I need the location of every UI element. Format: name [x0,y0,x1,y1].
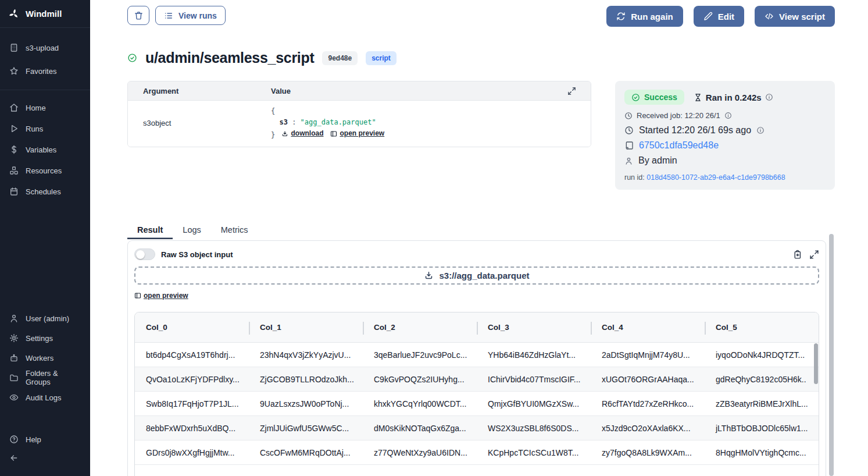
sidebar-item-label: Settings [26,334,53,343]
tab-result[interactable]: Result [127,221,173,239]
sidebar-item-settings[interactable]: Settings [0,328,90,348]
sidebar-item-s3-upload[interactable]: s3-upload [0,36,90,59]
sidebar-item-label: Favorites [26,67,56,76]
s3-download-box[interactable]: s3://agg_data.parquet [134,267,819,285]
column-header: Col_2 [363,323,477,332]
sidebar-nav-group: Home Runs Variables Resources Schedules [0,90,90,209]
sidebar-item-label: User (admin) [26,314,69,323]
table-cell: khxkYGCqYrlq00WCDT... [363,399,477,408]
job-hash-link[interactable]: 6750c1dfa59ed48e [639,140,719,151]
table-cell: x5Jzd9cO2oXAxla6KX... [591,424,705,433]
by-line: By admin [624,155,826,166]
run-again-button[interactable]: Run again [606,6,683,27]
table-cell: bt6dp4CgXsA19T6hdrj... [135,350,249,360]
download-icon [424,271,434,280]
title-row: u/admin/seamless_script 9ed48e script [127,49,835,67]
code-icon [765,12,774,21]
result-tabs: Result Logs Metrics [127,221,835,239]
table-row: GDrs0j8wXXgfHgjjMtw...CscOFwM6MRqDOttAj.… [135,441,819,465]
clipboard-copy-icon[interactable] [792,250,802,260]
building-icon [9,43,19,52]
sidebar-collapse-button[interactable] [0,449,90,467]
workspace-brand[interactable]: Windmill [0,0,90,28]
check-circle-icon [631,93,640,102]
sidebar-item-user[interactable]: User (admin) [0,308,90,328]
raw-s3-toggle[interactable] [134,248,155,260]
home-icon [9,103,19,112]
clock-icon [624,112,633,120]
open-preview-label: open preview [144,292,188,300]
version-badge[interactable]: 9ed48e [322,51,358,65]
sidebar-item-label: Home [26,104,46,112]
json-colon: : [292,118,296,126]
info-icon[interactable] [756,126,765,134]
open-preview-link[interactable]: open preview [134,292,188,300]
table-cell: WS2X3uzSBL8f6S0DS... [477,424,591,433]
column-header: Col_0 [135,323,249,332]
run-id-link[interactable]: 018d4580-1072-ab29-e6a4-c1de9798b668 [646,173,785,182]
result-table-body: bt6dp4CgXsA19T6hdrj...23hN4qxV3jZkYyAzjv… [135,343,819,465]
info-icon[interactable] [765,93,773,101]
job-hash-line: 6750c1dfa59ed48e [624,140,826,151]
table-cell: 2aDtSgtIqMnjjM74y8U... [591,350,705,360]
table-cell: R6cfTAYtd27xZeRHkco... [591,399,705,408]
pinwheel-icon [8,8,20,20]
args-row: s3object { s3 : "agg_data.parquet" } dow… [128,101,591,147]
json-string-value: "agg_data.parquet" [301,118,376,126]
kind-badge: script [366,51,397,65]
main-content: View runs Run again Edit View script u/a… [90,0,868,476]
table-row: 8ebbFxWDxrh5uXdBQ...ZjmlJUiGwfU5GWw5C...… [135,416,819,441]
sidebar-item-favorites[interactable]: Favorites [0,59,90,83]
sidebar-item-audit-logs[interactable]: Audit Logs [0,388,90,407]
sidebar-item-resources[interactable]: Resources [0,160,90,181]
table-row: Swb8Iq17FqHjoT7P1JL...9UazLsxzsJW0oPToNj… [135,392,819,416]
folder-icon [9,373,19,382]
open-preview-label: open preview [340,128,384,139]
arrow-left-icon [9,453,19,463]
view-script-button[interactable]: View script [755,6,835,27]
pencil-icon [703,12,713,21]
play-icon [9,124,19,133]
table-cell: xUGOt76ORGrAAHaqa... [591,375,705,384]
arg-name: s3object [143,119,271,127]
table-cell: gdReQhyC8192c05H6k.. [705,375,819,384]
info-icon[interactable] [724,112,732,119]
started-label: Started 12:20 26/1 69s ago [639,125,751,136]
sidebar-item-workers[interactable]: Workers [0,348,90,368]
clock-icon [624,126,634,135]
sidebar-pinned-group: s3-upload Favorites [0,28,90,90]
edit-button[interactable]: Edit [694,6,744,27]
sidebar-item-label: Variables [26,145,56,154]
column-header: Col_3 [477,323,591,332]
page-vertical-scrollbar[interactable] [829,234,834,476]
tab-metrics[interactable]: Metrics [211,221,258,239]
table-cell: 23hN4qxV3jZkYyAzjvU... [249,350,363,360]
table-vertical-scrollbar[interactable] [814,343,818,384]
result-table: Col_0Col_1Col_2Col_3Col_4Col_5 bt6dp4CgX… [134,312,819,476]
sidebar-account-group: User (admin) Settings Workers Folders & … [0,301,90,476]
sidebar-item-home[interactable]: Home [0,97,90,118]
toggle-knob [136,250,145,259]
expand-args-icon[interactable] [567,87,576,95]
download-link[interactable]: download [281,128,323,139]
view-runs-label: View runs [178,11,217,20]
table-cell: YHb64iB46ZdHzGlaYt... [477,350,591,360]
run-id-line: run id: 018d4580-1072-ab29-e6a4-c1de9798… [624,173,826,182]
sidebar-item-help[interactable]: Help [0,429,90,449]
sidebar-item-label: s3-upload [26,44,59,52]
delete-button[interactable] [127,6,149,25]
view-runs-button[interactable]: View runs [155,6,226,25]
sidebar-item-schedules[interactable]: Schedules [0,181,90,202]
column-header: Col_5 [705,323,819,332]
received-job-label: Received job: 12:20 26/1 [637,111,720,120]
success-check-icon [127,53,137,63]
table-cell: iyqoODoNk4JRDQTZT... [705,350,819,360]
expand-result-icon[interactable] [809,250,819,260]
run-again-label: Run again [631,12,673,22]
sidebar-item-runs[interactable]: Runs [0,118,90,139]
sidebar-item-variables[interactable]: Variables [0,139,90,160]
sidebar-item-folders-groups[interactable]: Folders & Groups [0,368,90,388]
tab-logs[interactable]: Logs [173,221,210,239]
open-preview-link[interactable]: open preview [330,128,384,139]
table-cell: zy7fgoQ8A8Lk9WXAm... [591,448,705,457]
